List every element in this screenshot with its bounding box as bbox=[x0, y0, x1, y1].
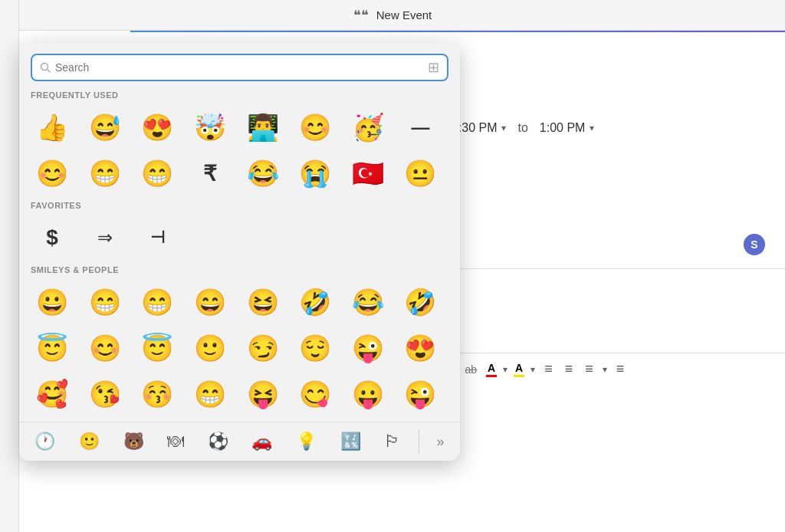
smileys-people-section: SMILEYS & PEOPLE 😀 😁 😁 😄 😆 🤣 😂 🤣 😇 😊 😇 🙂… bbox=[31, 265, 448, 415]
favorites-grid: $ ⇒ ⊣ bbox=[31, 216, 448, 259]
calendar-divider bbox=[429, 268, 785, 269]
favorites-section: FAVORITES $ ⇒ ⊣ bbox=[31, 201, 448, 259]
emoji-left-arrow-hook[interactable]: ⊣ bbox=[136, 216, 179, 259]
indent-button[interactable]: ≡ bbox=[613, 360, 628, 379]
emoji-laugh-cry[interactable]: 😂 bbox=[241, 152, 284, 195]
search-icon bbox=[40, 62, 51, 73]
emoji-stuck-tongue[interactable]: 😛 bbox=[347, 373, 389, 415]
emoji-heart-eyes[interactable]: 😍 bbox=[136, 106, 179, 149]
emoji-neutral[interactable]: 😐 bbox=[399, 152, 442, 195]
emoji-thumbsup[interactable]: 👍 bbox=[31, 106, 74, 149]
emoji-joy[interactable]: 😂 bbox=[347, 281, 389, 323]
category-animals-button[interactable]: 🐻 bbox=[117, 429, 150, 455]
end-time-button[interactable]: 1:00 PM ▾ bbox=[540, 121, 595, 135]
frequently-used-label: FREQUENTLY USED bbox=[31, 90, 448, 100]
text-formatting-toolbar: U ab A ▾ A ▾ ≡ ≡ ≡ ▾ ≡ bbox=[429, 353, 785, 385]
time-to-label: to bbox=[517, 121, 527, 135]
emoji-party[interactable]: 🥳 bbox=[347, 106, 389, 149]
emoji-rolling2[interactable]: 🤣 bbox=[399, 281, 442, 323]
emoji-picker: ⊞ FREQUENTLY USED 👍 😅 😍 🤯 👨‍💻 😊 🥳 — 😊 😁 … bbox=[19, 42, 460, 461]
emoji-winking-tongue[interactable]: 😜 bbox=[399, 373, 442, 415]
window-title: New Event bbox=[376, 8, 432, 21]
start-time-chevron-icon: ▾ bbox=[501, 123, 506, 133]
highlight-color-button[interactable]: A bbox=[514, 362, 524, 377]
frequently-used-grid: 👍 😅 😍 🤯 👨‍💻 😊 🥳 — 😊 😁 😁 ₹ 😂 😭 🇹🇷 😐 bbox=[31, 106, 448, 195]
highlight-chevron-icon[interactable]: ▾ bbox=[530, 364, 535, 375]
category-smileys-button[interactable]: 🙂 bbox=[73, 429, 106, 455]
emoji-exploding-head[interactable]: 🤯 bbox=[189, 106, 232, 149]
font-color-chevron-icon[interactable]: ▾ bbox=[503, 364, 507, 375]
bullet-list-button[interactable]: ≡ bbox=[541, 360, 556, 379]
svg-line-1 bbox=[48, 70, 51, 73]
emoji-relieved[interactable]: 😌 bbox=[294, 327, 337, 369]
emoji-turkey-flag[interactable]: 🇹🇷 bbox=[347, 152, 389, 195]
emoji-grinning4[interactable]: 😁 bbox=[189, 373, 232, 415]
emoji-halo2[interactable]: 😇 bbox=[136, 327, 179, 369]
keyboard-icon[interactable]: ⊞ bbox=[428, 59, 439, 76]
emoji-beaming[interactable]: 😁 bbox=[84, 281, 126, 323]
emoji-grinning2[interactable]: 😁 bbox=[136, 281, 179, 323]
smileys-grid: 😀 😁 😁 😄 😆 🤣 😂 🤣 😇 😊 😇 🙂 😏 😌 😜 😍 🥰 😘 😚 😁 … bbox=[31, 281, 448, 415]
highlight-letter: A bbox=[515, 362, 523, 374]
emoji-squinting-tongue[interactable]: 😝 bbox=[241, 373, 284, 415]
emoji-sob[interactable]: 😭 bbox=[294, 152, 337, 195]
emoji-rolling-laugh[interactable]: 🤣 bbox=[294, 281, 337, 323]
category-more-button[interactable]: » bbox=[431, 431, 451, 453]
category-travel-button[interactable]: 🚗 bbox=[245, 429, 278, 455]
emoji-dash[interactable]: — bbox=[399, 106, 442, 149]
end-time-chevron-icon: ▾ bbox=[590, 123, 594, 133]
align-button[interactable]: ≡ bbox=[582, 360, 596, 379]
emoji-happy[interactable]: 😊 bbox=[84, 327, 126, 369]
avatar: S bbox=[744, 234, 765, 255]
emoji-grin[interactable]: 😁 bbox=[84, 152, 126, 195]
font-color-bar bbox=[486, 375, 497, 377]
emoji-kissing[interactable]: 😚 bbox=[136, 373, 179, 415]
frequently-used-section: FREQUENTLY USED 👍 😅 😍 🤯 👨‍💻 😊 🥳 — 😊 😁 😁 … bbox=[31, 90, 448, 195]
favorites-label: FAVORITES bbox=[31, 201, 448, 210]
emoji-search-bar: ⊞ bbox=[31, 54, 448, 81]
emoji-sweat-smile[interactable]: 😅 bbox=[84, 106, 126, 149]
emoji-heart-eyes2[interactable]: 😍 bbox=[399, 327, 442, 369]
font-color-letter: A bbox=[488, 362, 495, 374]
title-icon: ❝❝ bbox=[353, 7, 369, 24]
emoji-yum[interactable]: 😋 bbox=[294, 373, 337, 415]
time-area: 12:30 PM ▾ to 1:00 PM ▾ bbox=[429, 113, 785, 143]
category-activities-button[interactable]: ⚽ bbox=[202, 429, 235, 455]
accent-line bbox=[130, 31, 785, 32]
search-input[interactable] bbox=[55, 61, 423, 74]
emoji-halo[interactable]: 😇 bbox=[31, 327, 74, 369]
left-sidebar bbox=[0, 0, 19, 532]
emoji-smiling[interactable]: 😊 bbox=[294, 106, 337, 149]
strikethrough-button[interactable]: ab bbox=[462, 362, 481, 377]
emoji-grinning-face[interactable]: 😀 bbox=[31, 281, 74, 323]
category-objects-button[interactable]: 💡 bbox=[290, 429, 323, 455]
category-flags-button[interactable]: 🏳 bbox=[378, 429, 407, 455]
emoji-laughing[interactable]: 😆 bbox=[241, 281, 284, 323]
end-time-label: 1:00 PM bbox=[540, 121, 586, 135]
emoji-dollar[interactable]: $ bbox=[31, 216, 74, 259]
category-bar: 🕐 🙂 🐻 🍽 ⚽ 🚗 💡 🔣 🏳 » bbox=[19, 422, 460, 461]
font-color-button[interactable]: A bbox=[486, 362, 497, 377]
emoji-right-arrow[interactable]: ⇒ bbox=[84, 216, 126, 259]
category-food-button[interactable]: 🍽 bbox=[161, 429, 190, 455]
smileys-people-label: SMILEYS & PEOPLE bbox=[31, 265, 448, 274]
emoji-kissing-heart[interactable]: 😘 bbox=[84, 373, 126, 415]
category-divider bbox=[419, 430, 419, 453]
align-chevron-icon[interactable]: ▾ bbox=[603, 364, 607, 375]
highlight-color-bar bbox=[514, 375, 524, 377]
category-symbols-button[interactable]: 🔣 bbox=[334, 429, 367, 455]
emoji-smile[interactable]: 😁 bbox=[136, 152, 179, 195]
emoji-grinning3[interactable]: 😄 bbox=[189, 281, 232, 323]
emoji-smiling-hearts[interactable]: 🥰 bbox=[31, 373, 74, 415]
emoji-grinning[interactable]: 😊 bbox=[31, 152, 74, 195]
emoji-slightly-smiling[interactable]: 🙂 bbox=[189, 327, 232, 369]
numbered-list-button[interactable]: ≡ bbox=[562, 360, 576, 379]
emoji-technologist[interactable]: 👨‍💻 bbox=[241, 106, 284, 149]
emoji-rupee[interactable]: ₹ bbox=[189, 152, 232, 195]
category-recent-button[interactable]: 🕐 bbox=[28, 429, 61, 455]
emoji-wink-tongue[interactable]: 😜 bbox=[347, 327, 389, 369]
emoji-smirk[interactable]: 😏 bbox=[241, 327, 284, 369]
title-bar: ❝❝ New Event bbox=[0, 0, 785, 31]
